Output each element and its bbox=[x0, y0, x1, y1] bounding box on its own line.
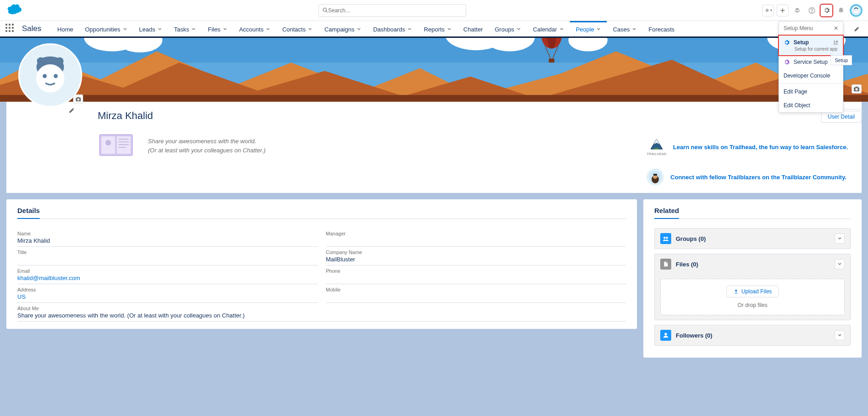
chevron-down-icon[interactable] bbox=[123, 26, 127, 33]
nav-item-home[interactable]: Home bbox=[52, 21, 79, 36]
setup-menu-item-setup[interactable]: Setup Setup for current app Setup bbox=[778, 35, 844, 56]
setup-gear-button[interactable] bbox=[821, 5, 832, 16]
chevron-down-icon[interactable] bbox=[632, 26, 637, 33]
nav-item-dashboards[interactable]: Dashboards bbox=[367, 21, 418, 36]
nav-label: Forecasts bbox=[648, 26, 674, 33]
trailhead-link[interactable]: Learn new skills on Trailhead, the fun w… bbox=[673, 144, 848, 151]
svg-rect-42 bbox=[653, 174, 657, 176]
chevron-down-icon[interactable] bbox=[516, 26, 521, 33]
chevron-down-icon[interactable] bbox=[266, 26, 270, 33]
trailblazer-link[interactable]: Connect with fellow Trailblazers on the … bbox=[670, 174, 847, 181]
chevron-down-icon[interactable] bbox=[158, 26, 162, 33]
chevron-down-icon[interactable] bbox=[223, 26, 227, 33]
edit-profile-icon[interactable] bbox=[68, 107, 75, 115]
change-banner-button[interactable] bbox=[852, 84, 862, 94]
close-icon[interactable]: ✕ bbox=[834, 25, 838, 31]
setup-sublabel: Setup for current app bbox=[794, 47, 837, 52]
chevron-down-icon[interactable] bbox=[308, 26, 312, 33]
guidance-center-icon[interactable] bbox=[791, 5, 803, 16]
nav-item-reports[interactable]: Reports bbox=[418, 21, 458, 36]
nav-item-people[interactable]: People bbox=[570, 21, 607, 36]
field-value[interactable]: US bbox=[17, 293, 318, 300]
nav-label: Contacts bbox=[282, 26, 305, 33]
chevron-down-icon[interactable] bbox=[407, 26, 412, 33]
chevron-down-icon[interactable] bbox=[596, 26, 601, 33]
service-setup-label: Service Setup bbox=[794, 59, 828, 65]
followers-menu-button[interactable] bbox=[835, 330, 845, 340]
nav-item-cases[interactable]: Cases bbox=[607, 21, 642, 36]
dev-console-label: Developer Console bbox=[784, 73, 830, 79]
chevron-down-icon[interactable] bbox=[447, 26, 452, 33]
tab-related[interactable]: Related bbox=[654, 207, 679, 219]
setup-menu-popup: Setup Menu ✕ Setup Setup for current app… bbox=[779, 21, 843, 113]
related-groups[interactable]: Groups (0) bbox=[654, 228, 851, 249]
user-avatar[interactable] bbox=[850, 4, 863, 17]
nav-item-leads[interactable]: Leads bbox=[133, 21, 168, 36]
svg-point-45 bbox=[664, 333, 667, 335]
setup-menu-title: Setup Menu bbox=[784, 25, 813, 31]
change-avatar-button[interactable] bbox=[73, 94, 83, 104]
trailhead-promo: TRAILHEAD Learn new skills on Trailhead,… bbox=[647, 138, 848, 156]
nav-label: Campaigns bbox=[324, 26, 354, 33]
chevron-down-icon[interactable] bbox=[357, 26, 361, 33]
svg-rect-29 bbox=[855, 87, 857, 88]
favorites-list-button[interactable]: ▾ bbox=[762, 5, 774, 16]
nav-label: People bbox=[576, 26, 594, 33]
setup-menu-item-editobject[interactable]: Edit Object bbox=[779, 99, 843, 112]
setup-tooltip: Setup bbox=[831, 55, 852, 65]
field-value: Share your awesomeness with the world. (… bbox=[17, 312, 626, 319]
field-value[interactable]: khalid@mailbluster.com bbox=[17, 275, 318, 281]
book-icon bbox=[98, 132, 134, 160]
nav-label: Accounts bbox=[239, 26, 263, 33]
edit-nav-icon[interactable] bbox=[851, 23, 863, 35]
svg-point-24 bbox=[54, 74, 58, 78]
notifications-bell-icon[interactable] bbox=[835, 5, 847, 16]
svg-rect-26 bbox=[77, 97, 79, 98]
app-launcher-icon[interactable] bbox=[5, 24, 16, 34]
tab-details[interactable]: Details bbox=[17, 207, 40, 219]
nav-item-tasks[interactable]: Tasks bbox=[168, 21, 202, 36]
nav-item-calendar[interactable]: Calendar bbox=[527, 21, 570, 36]
chevron-down-icon[interactable] bbox=[191, 26, 196, 33]
files-menu-button[interactable] bbox=[835, 259, 845, 269]
nav-item-opportunities[interactable]: Opportunities bbox=[79, 21, 133, 36]
upload-icon bbox=[733, 289, 739, 294]
profile-avatar[interactable] bbox=[18, 43, 82, 107]
svg-point-43 bbox=[663, 237, 665, 239]
share-prompt: Share your awesomeness with the world. (… bbox=[148, 137, 265, 155]
nav-label: Cases bbox=[613, 26, 630, 33]
nav-item-contacts[interactable]: Contacts bbox=[276, 21, 318, 36]
svg-point-20 bbox=[37, 57, 45, 65]
nav-label: Reports bbox=[424, 26, 445, 33]
field-mobile: Mobile bbox=[326, 284, 626, 303]
setup-menu-item-editpage[interactable]: Edit Page bbox=[779, 85, 843, 99]
nav-item-forecasts[interactable]: Forecasts bbox=[642, 21, 680, 36]
nav-label: Chatter bbox=[463, 26, 483, 33]
file-drop-zone[interactable]: Upload Files Or drop files bbox=[660, 279, 845, 315]
help-icon[interactable] bbox=[806, 5, 818, 16]
search-input[interactable] bbox=[328, 7, 462, 14]
upload-files-button[interactable]: Upload Files bbox=[726, 286, 779, 297]
search-wrap bbox=[22, 4, 762, 17]
promo-links: TRAILHEAD Learn new skills on Trailhead,… bbox=[647, 138, 848, 198]
nav-item-groups[interactable]: Groups bbox=[489, 21, 527, 36]
chevron-down-icon[interactable] bbox=[559, 26, 564, 33]
global-actions-button[interactable] bbox=[777, 5, 789, 16]
nav-item-chatter[interactable]: Chatter bbox=[458, 21, 489, 36]
setup-menu-item-devconsole[interactable]: Developer Console bbox=[779, 69, 843, 83]
global-search[interactable] bbox=[318, 4, 466, 17]
nav-items: HomeOpportunitiesLeadsTasksFilesAccounts… bbox=[52, 21, 681, 36]
profile-name: Mirza Khalid bbox=[98, 110, 852, 122]
nav-item-files[interactable]: Files bbox=[202, 21, 233, 36]
followers-icon bbox=[660, 330, 671, 341]
salesforce-logo-icon[interactable] bbox=[5, 4, 22, 17]
nav-item-campaigns[interactable]: Campaigns bbox=[318, 21, 367, 36]
field-company: Company NameMailBluster bbox=[326, 247, 626, 265]
nav-item-accounts[interactable]: Accounts bbox=[233, 21, 276, 36]
field-email: Emailkhalid@mailbluster.com bbox=[17, 265, 318, 284]
related-files: Files (0) Upload Files Or drop files bbox=[654, 254, 851, 320]
nav-label: Home bbox=[58, 26, 74, 33]
trailblazer-icon bbox=[647, 168, 664, 186]
groups-menu-button[interactable] bbox=[835, 234, 845, 244]
related-followers[interactable]: Followers (0) bbox=[654, 325, 851, 346]
